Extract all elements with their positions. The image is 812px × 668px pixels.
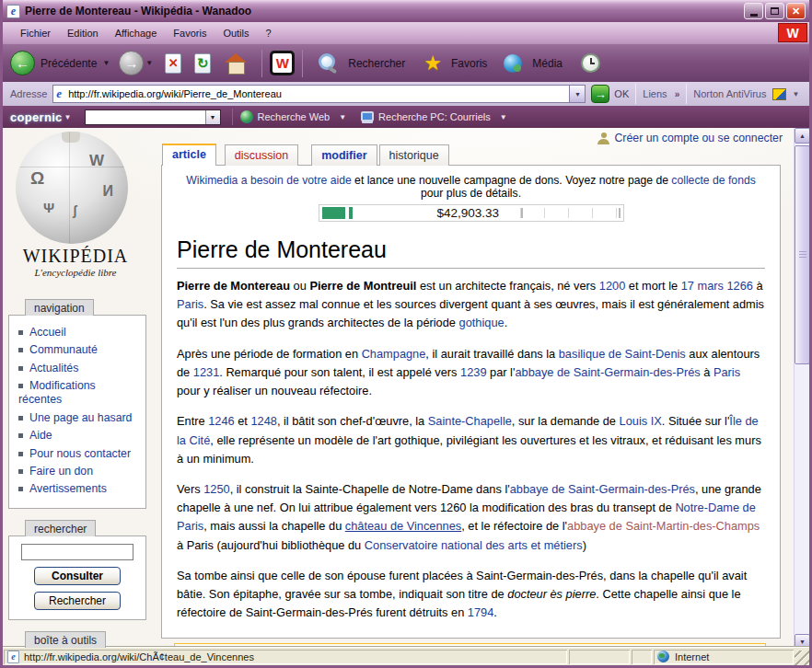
scroll-up-button[interactable]: ▲ [795,128,809,144]
forward-dropdown-icon[interactable]: ▼ [145,59,153,67]
tab-discussion[interactable]: discussion [225,144,298,166]
wiki-link[interactable]: Sainte-Chapelle [428,414,512,428]
norton-dropdown-icon[interactable]: ▼ [792,90,799,98]
wiki-link[interactable]: 1794 [468,605,493,619]
copernic-search-field[interactable]: ▼ [85,109,221,125]
menu-items: FichierEditionAffichageFavorisOutils? [12,25,280,41]
address-input[interactable] [66,87,566,100]
page-title: Pierre de Montereau [177,236,765,269]
wiki-link[interactable]: Paris [177,297,203,311]
pc-search-button[interactable]: Recherche PC: Courriels [378,111,491,122]
article-paragraph: Entre 1246 et 1248, il bâtit son chef-d'… [177,412,765,468]
forward-button[interactable]: → ▼ [119,51,158,75]
address-dropdown-button[interactable]: ▼ [570,85,586,103]
sidebar-link[interactable]: Actualités [29,362,78,374]
redlink[interactable]: abbaye de Saint-Martin-des-Champs [567,519,760,533]
sidebar-link[interactable]: Modifications récentes [18,379,96,406]
status-bar: e http://fr.wikipedia.org/wiki/ChÃ¢teau_… [3,647,809,665]
wanadoo-toolbar-button[interactable]: W [270,51,295,75]
wiki-link[interactable]: abbaye de Saint-Germain-des-Prés [510,482,695,496]
sidebar-search-input[interactable] [21,544,133,560]
scrollbar-thumb[interactable] [795,145,809,364]
minimize-button[interactable] [744,3,763,19]
history-button[interactable] [581,53,600,73]
wiki-link[interactable]: gothique [459,316,505,329]
stop-button[interactable]: ✕ [165,53,181,74]
article-paragraph: Pierre de Montereau ou Pierre de Montreu… [177,277,765,333]
norton-toolbar[interactable]: Norton AntiVirus ▼ [693,88,805,100]
sidebar-link[interactable]: Une page au hasard [29,411,132,424]
favorites-button[interactable]: ★ Favoris [423,52,491,75]
go-article-button[interactable]: Consulter [34,567,121,585]
copernic-search-dropdown[interactable]: ▼ [205,110,220,124]
back-dropdown-icon[interactable]: ▼ [102,59,110,67]
copernic-logo: copernic [10,110,63,124]
vertical-scrollbar[interactable]: ▲ ▼ [794,128,809,650]
wiki-link[interactable]: collecte de fonds [671,174,755,187]
wiki-link[interactable]: 1246 [208,414,234,428]
menu-item-[interactable]: ? [258,25,280,41]
search-button[interactable]: Rechercher [316,52,409,75]
pc-search-dropdown-icon[interactable]: ▼ [500,113,507,121]
bullet-icon [18,433,23,438]
web-search-button[interactable]: Recherche Web [258,111,331,122]
article-column: Créer un compte ou se connecter articled… [152,128,792,650]
wiki-link[interactable]: 1200 [599,279,625,293]
wiki-link[interactable]: Wikimedia a besoin de votre aide [186,174,352,187]
menu-item-fichier[interactable]: Fichier [12,25,59,41]
meter-amount: $42,903.33 [430,206,507,220]
maximize-button[interactable] [765,3,784,19]
sidebar-link[interactable]: Aide [29,429,52,442]
page-tabs: articlediscussionmodifierhistorique [162,144,449,166]
back-button[interactable]: ← Précédente ▼ [10,51,115,75]
wiki-link[interactable]: Champagne [362,347,426,361]
media-button[interactable]: Média [504,54,566,73]
address-separator [686,84,687,104]
sidebar-link[interactable]: Avertissements [29,482,107,495]
menu-item-outils[interactable]: Outils [215,25,257,41]
links-label: Liens [643,88,667,99]
sidebar-list-item: Avertissements [18,482,142,496]
refresh-button[interactable]: ↻ [194,53,211,74]
sidebar-link[interactable]: Accueil [29,326,66,339]
tab-article[interactable]: article [162,144,216,166]
media-label: Média [532,57,563,70]
wiki-link[interactable]: Paris [713,365,740,379]
go-button[interactable]: → OK [591,85,629,103]
menu-item-favoris[interactable]: Favoris [165,25,215,41]
create-account-link[interactable]: Créer un compte ou se connecter [614,132,783,144]
links-toolbar[interactable]: Liens » [643,88,679,99]
resize-grip[interactable] [795,651,809,665]
status-text-panel: e http://fr.wikipedia.org/wiki/ChÃ¢teau_… [4,650,567,664]
sidebar-link[interactable]: Communauté [29,343,98,356]
wikipedia-logo[interactable]: Ω W И Ψ ʃ WIKIPÉDIA L'encyclopédie libre [5,132,152,279]
web-search-dropdown-icon[interactable]: ▼ [339,113,346,121]
copernic-search-input[interactable] [86,110,205,124]
tab-modifier[interactable]: modifier [311,144,377,166]
wiki-link[interactable]: Conservatoire national des arts et métie… [365,538,583,552]
personal-tools[interactable]: Créer un compte ou se connecter [597,132,783,144]
sidebar-link[interactable]: Pour nous contacter [29,447,131,460]
sidebar-link[interactable]: Faire un don [29,465,93,478]
wiki-link[interactable]: 1231 [193,365,219,379]
links-chevron-icon[interactable]: » [675,89,680,99]
wiki-link[interactable]: château de Vincennes [345,519,461,533]
wiki-link[interactable]: 1248 [250,414,276,428]
wiki-link[interactable]: 17 mars 1266 [681,279,753,293]
globe-glyph: ʃ [73,203,77,218]
wiki-link[interactable]: Louis IX [620,414,662,428]
menu-item-edition[interactable]: Edition [59,25,107,41]
copernic-dropdown-icon[interactable]: ▼ [64,113,72,121]
wiki-link[interactable]: 1250 [203,482,229,496]
tab-historique[interactable]: historique [379,144,449,166]
fulltext-search-button[interactable]: Rechercher [34,592,121,610]
wiki-link[interactable]: basilique de Saint-Denis [559,347,686,361]
wiki-link[interactable]: 1239 [460,365,486,379]
article-content-box: Wikimedia a besoin de votre aide et lanc… [161,165,781,639]
close-button[interactable]: ✕ [786,3,806,19]
menu-item-affichage[interactable]: Affichage [107,25,166,41]
sidebar-list-item: Faire un don [18,465,142,478]
address-field[interactable]: e [52,85,570,103]
wiki-link[interactable]: abbaye de Saint-Germain-des-Prés [515,365,700,379]
home-button[interactable] [224,53,248,74]
